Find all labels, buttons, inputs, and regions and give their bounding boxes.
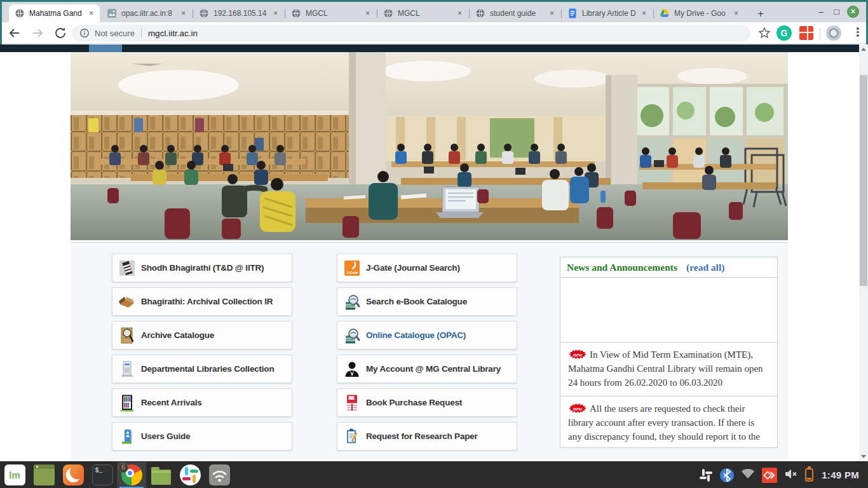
- window-border-top: [0, 0, 868, 2]
- read-all-link[interactable]: (read all): [686, 262, 724, 273]
- tab-close-icon[interactable]: ×: [455, 9, 465, 18]
- news-marquee-spacer: [560, 278, 777, 342]
- link-jgate[interactable]: J-Gate J-Gate (Journal Search): [337, 254, 517, 282]
- link-users-guide[interactable]: Users Guide: [112, 422, 292, 451]
- wifi-app-icon: [209, 464, 230, 485]
- link-book-purchase-request[interactable]: Book Purchase Request: [337, 388, 517, 417]
- jgate-icon: J-Gate: [344, 259, 360, 277]
- scrollbar-thumb[interactable]: [860, 75, 867, 286]
- window-restore-button[interactable]: [831, 6, 842, 18]
- back-button[interactable]: [8, 26, 22, 40]
- scroll-up-arrow[interactable]: [859, 44, 868, 54]
- chrome-notification-badge: 6: [118, 463, 128, 473]
- tab-mahatma-gandhi-library[interactable]: Mahatma Gand ×: [9, 4, 100, 22]
- link-request-research-paper[interactable]: Request for Research Paper: [337, 422, 517, 451]
- wifi-tray-icon[interactable]: [741, 469, 755, 482]
- news-panel: News and Announcements (read all) newIn …: [560, 257, 778, 448]
- tab-title: opac.iitr.ac.in:8: [121, 9, 179, 18]
- news-item-text: In View of Mid Term Examination (MTE), M…: [568, 349, 763, 388]
- bookshelf-icon: [119, 394, 135, 412]
- scroll-down-arrow[interactable]: [859, 452, 868, 461]
- tab-close-icon[interactable]: ×: [731, 9, 741, 18]
- clipboard-pencil-icon: [344, 428, 360, 445]
- system-tray: 1:49 PM: [699, 468, 868, 483]
- tab-title: Mahatma Gand: [29, 9, 86, 18]
- svg-text:new: new: [573, 351, 583, 358]
- tab-title: My Drive - Goo: [674, 9, 731, 18]
- anydesk-icon[interactable]: [762, 468, 777, 483]
- address-bar[interactable]: Not secure mgcl.iitr.ac.in: [72, 25, 750, 41]
- mint-menu-button[interactable]: lm: [0, 462, 29, 488]
- slack-launcher[interactable]: [175, 462, 205, 488]
- archive-search-icon: [119, 327, 135, 344]
- link-archive-catalogue[interactable]: Archive Catalogue: [112, 321, 292, 349]
- desktop-icon: [34, 464, 55, 485]
- taskbar-clock[interactable]: 1:49 PM: [820, 470, 863, 480]
- svg-text:new: new: [573, 405, 583, 412]
- tab-title: 192.168.105.14: [214, 9, 271, 18]
- volume-muted-icon[interactable]: [784, 468, 798, 482]
- guide-kiosk-icon: [119, 428, 135, 445]
- site-navbar-active-item[interactable]: [89, 44, 122, 52]
- search-books-icon: [344, 327, 360, 344]
- slack-tray-icon[interactable]: [699, 468, 713, 482]
- link-recent-arrivals[interactable]: Recent Arrivals: [112, 388, 292, 417]
- department-building-icon: [119, 360, 135, 378]
- tab-close-icon[interactable]: ×: [547, 9, 557, 18]
- info-icon[interactable]: [79, 28, 90, 38]
- browser-tab-strip: Mahatma Gand × opac.iitr.ac.in:8 × 192.1…: [0, 2, 868, 22]
- tab-mgcl-2[interactable]: MGCL ×: [377, 4, 468, 22]
- link-shodh-bhagirathi[interactable]: Shodh Bhagirathi (T&D @ IITR): [112, 254, 292, 282]
- tab-ip-address[interactable]: 192.168.105.14 ×: [193, 4, 284, 22]
- network-app-launcher[interactable]: [205, 462, 234, 488]
- chrome-launcher[interactable]: 6: [117, 462, 146, 488]
- link-departmental-libraries[interactable]: Departmental Libraries Collection: [112, 355, 292, 383]
- browser-menu-icon[interactable]: [853, 26, 863, 40]
- link-search-ebook-catalogue[interactable]: Search e-Book Catalogue: [337, 287, 517, 316]
- tab-opac[interactable]: opac.iitr.ac.in:8 ×: [101, 4, 192, 22]
- page-scrollbar[interactable]: [859, 44, 868, 461]
- link-online-catalogue-opac[interactable]: Online Catalogue (OPAC): [337, 321, 517, 349]
- reload-button[interactable]: [53, 26, 67, 40]
- bluetooth-icon[interactable]: [720, 468, 734, 482]
- tab-my-drive[interactable]: My Drive - Goo ×: [654, 4, 745, 22]
- slack-icon: [180, 464, 201, 485]
- security-label: Not secure: [95, 29, 135, 38]
- link-label: Recent Arrivals: [141, 398, 202, 407]
- file-manager-launcher[interactable]: [146, 462, 175, 488]
- library-hero-photo: [71, 52, 788, 240]
- tab-student-guide[interactable]: student guide ×: [470, 4, 560, 22]
- tab-mgcl-1[interactable]: MGCL ×: [285, 4, 376, 22]
- firefox-launcher[interactable]: [58, 462, 88, 488]
- search-books-icon: [344, 293, 360, 311]
- orange-extension-icon[interactable]: [799, 26, 813, 40]
- link-label: Users Guide: [141, 431, 190, 441]
- tab-close-icon[interactable]: ×: [179, 9, 188, 18]
- image-placeholder-icon: [107, 8, 117, 18]
- tab-title: Library Article D: [582, 9, 639, 18]
- window-minimize-button[interactable]: –: [815, 6, 827, 18]
- profile-avatar[interactable]: [826, 25, 841, 41]
- toolbar-separator: [820, 28, 820, 39]
- link-my-account[interactable]: My Account @ MG Central Library: [337, 355, 517, 383]
- link-bhagirathi-archival[interactable]: Bhagirathi: Archival Collection IR: [112, 287, 292, 316]
- tab-close-icon[interactable]: ×: [639, 9, 649, 18]
- forward-button[interactable]: [31, 26, 44, 40]
- grammarly-extension-icon[interactable]: G: [776, 25, 792, 41]
- new-tab-button[interactable]: +: [753, 7, 768, 22]
- link-label: Shodh Bhagirathi (T&D @ IITR): [141, 263, 264, 273]
- show-desktop-button[interactable]: [29, 462, 58, 488]
- globe-icon: [15, 8, 25, 18]
- tab-library-article[interactable]: Library Article D ×: [562, 4, 653, 22]
- news-title: News and Announcements: [567, 262, 677, 273]
- terminal-launcher[interactable]: $_: [88, 462, 117, 488]
- window-close-button[interactable]: ×: [847, 6, 859, 18]
- bookmark-star-icon[interactable]: [757, 26, 771, 40]
- tab-close-icon[interactable]: ×: [363, 9, 372, 18]
- news-item-text: All the users are requested to check the…: [568, 403, 760, 442]
- tab-close-icon[interactable]: ×: [271, 9, 280, 18]
- battery-icon[interactable]: [805, 468, 813, 482]
- tab-close-icon[interactable]: ×: [86, 9, 96, 18]
- omnibox-divider: [141, 28, 142, 38]
- browser-toolbar: Not secure mgcl.iitr.ac.in G: [0, 22, 868, 44]
